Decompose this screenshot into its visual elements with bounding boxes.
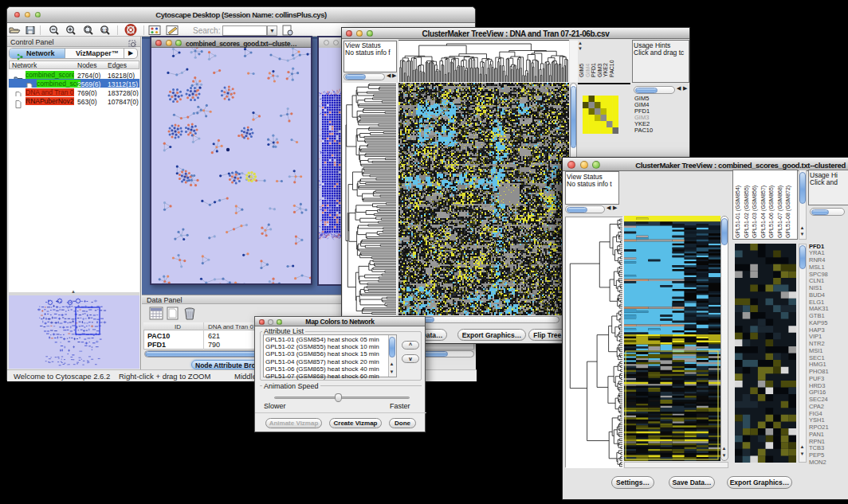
svg-text:1:1: 1:1 (101, 28, 108, 33)
